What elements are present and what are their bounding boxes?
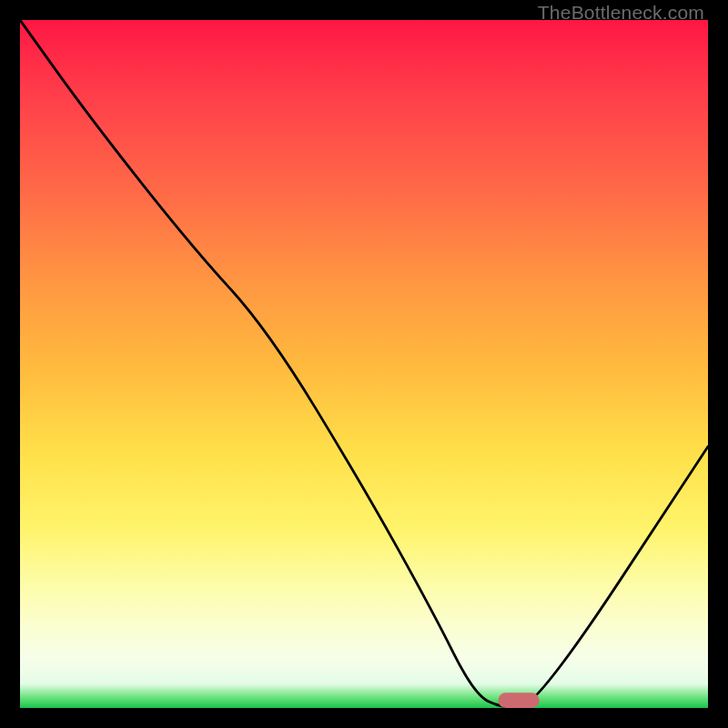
optimal-marker [498, 693, 539, 708]
chart-frame: TheBottleneck.com [0, 0, 728, 728]
curve-layer [20, 20, 708, 708]
plot-area [20, 20, 708, 708]
bottleneck-curve [20, 20, 708, 708]
